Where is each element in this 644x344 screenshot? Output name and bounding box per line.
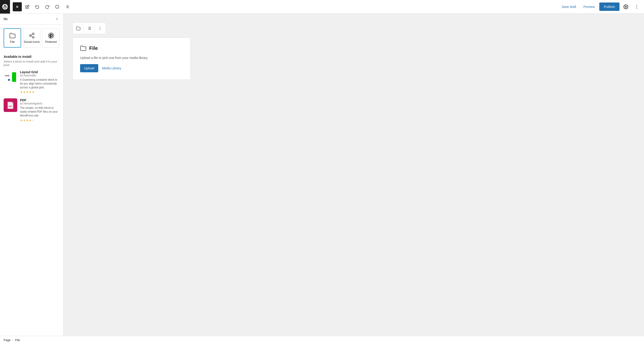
redo-icon bbox=[45, 5, 49, 9]
pdf-file-icon: PDF bbox=[6, 101, 14, 109]
block-type-button[interactable] bbox=[73, 23, 84, 34]
publish-button[interactable]: Publish bbox=[599, 2, 620, 11]
svg-text:PDF: PDF bbox=[8, 105, 12, 107]
sidebar: file × File Social Icons bbox=[0, 13, 64, 344]
breadcrumb-separator: › bbox=[12, 338, 13, 342]
plugin-info-layout-grid: Layout Grid by Automattic A Gutenberg co… bbox=[20, 70, 60, 94]
more-options-button[interactable] bbox=[632, 2, 641, 11]
plugin-stars-pdf: ★★★★☆ bbox=[20, 119, 60, 122]
more-options-toolbar-button[interactable] bbox=[95, 23, 106, 34]
search-input[interactable]: file bbox=[4, 17, 52, 21]
file-block: File Upload a file or pick one from your… bbox=[72, 38, 190, 80]
canvas: File Upload a file or pick one from your… bbox=[64, 13, 644, 344]
plugin-stars-layout-grid: ★★★★★ bbox=[20, 90, 60, 94]
close-icon bbox=[16, 5, 19, 8]
file-icon bbox=[76, 26, 80, 31]
available-desc: Select a block to install and add it to … bbox=[4, 60, 60, 67]
svg-point-15 bbox=[32, 37, 34, 38]
plugin-author-layout-grid: by Automattic bbox=[20, 74, 60, 77]
layout-grid-icon: GRID bbox=[4, 70, 17, 84]
list-view-button[interactable] bbox=[63, 2, 72, 11]
plugin-info-pdf: PDF by henryholtgeerts The simple, no-fr… bbox=[20, 98, 60, 122]
search-bar: file × bbox=[0, 13, 63, 25]
block-item-pinterest-label: Pinterest bbox=[45, 40, 57, 43]
settings-button[interactable] bbox=[621, 2, 630, 11]
svg-point-27 bbox=[100, 28, 100, 29]
breadcrumb-file[interactable]: File bbox=[15, 338, 20, 342]
social-icons-block-icon bbox=[28, 32, 35, 39]
info-button[interactable] bbox=[53, 2, 62, 11]
search-clear-button[interactable]: × bbox=[54, 16, 60, 22]
vertical-dots-icon bbox=[634, 4, 639, 9]
redo-button[interactable] bbox=[43, 2, 52, 11]
upload-button[interactable]: Upload bbox=[80, 64, 98, 72]
pdf-icon: PDF bbox=[4, 98, 17, 112]
available-title: Available to install bbox=[4, 55, 60, 58]
svg-point-12 bbox=[636, 8, 637, 8]
close-button[interactable] bbox=[13, 2, 22, 11]
dots-icon bbox=[98, 26, 102, 31]
svg-point-28 bbox=[100, 29, 100, 30]
media-library-link[interactable]: Media Library bbox=[102, 66, 121, 70]
preview-button[interactable]: Preview bbox=[581, 3, 598, 10]
save-draft-button[interactable]: Save draft bbox=[559, 3, 579, 10]
plugin-item-layout-grid[interactable]: GRID Layout Grid by Automattic A Gutenbe… bbox=[4, 70, 60, 94]
file-block-title-icon bbox=[80, 45, 86, 51]
block-item-file-label: File bbox=[10, 40, 15, 43]
svg-point-10 bbox=[636, 5, 637, 6]
align-button[interactable] bbox=[84, 23, 95, 34]
list-view-icon bbox=[65, 5, 69, 9]
plugin-author-pdf: by henryholtgeerts bbox=[20, 102, 60, 105]
info-icon bbox=[55, 5, 59, 9]
top-bar: Save draft Preview Publish bbox=[0, 0, 644, 13]
svg-point-26 bbox=[100, 27, 100, 27]
main-layout: file × File Social Icons bbox=[0, 13, 644, 344]
wp-logo bbox=[0, 0, 10, 13]
svg-point-14 bbox=[29, 35, 31, 36]
block-item-social-icons-label: Social Icons bbox=[24, 40, 40, 43]
toolbar-right: Save draft Preview Publish bbox=[559, 2, 641, 11]
available-section: Available to install Select a block to i… bbox=[0, 51, 63, 130]
svg-line-16 bbox=[31, 36, 33, 37]
svg-point-11 bbox=[636, 6, 637, 7]
plugin-name-pdf: PDF bbox=[20, 98, 60, 102]
file-block-title-text: File bbox=[89, 45, 98, 51]
pinterest-block-icon bbox=[48, 32, 54, 39]
undo-button[interactable] bbox=[33, 2, 42, 11]
svg-line-17 bbox=[31, 34, 33, 35]
pencil-icon bbox=[25, 5, 29, 9]
edit-button[interactable] bbox=[23, 2, 32, 11]
plugin-name-layout-grid: Layout Grid bbox=[20, 70, 60, 74]
file-block-icon bbox=[9, 32, 16, 39]
plugin-desc-layout-grid: A Gutenberg container block to let you a… bbox=[20, 78, 60, 89]
block-toolbar bbox=[72, 23, 106, 34]
svg-point-13 bbox=[32, 33, 34, 34]
undo-icon bbox=[35, 5, 39, 9]
gear-icon bbox=[623, 4, 628, 9]
wordpress-logo-icon bbox=[2, 4, 8, 10]
plugin-item-pdf[interactable]: PDF PDF by henryholtgeerts The simple, n… bbox=[4, 98, 60, 122]
file-block-title: File bbox=[80, 45, 183, 51]
breadcrumb-page[interactable]: Page bbox=[4, 338, 10, 342]
plugin-desc-pdf: The simple, no-frills block to easily em… bbox=[20, 106, 60, 117]
file-block-description: Upload a file or pick one from your medi… bbox=[80, 56, 183, 60]
svg-point-9 bbox=[625, 6, 626, 7]
block-item-pinterest[interactable]: Pinterest bbox=[42, 28, 60, 48]
align-icon bbox=[87, 26, 92, 31]
file-block-actions: Upload Media Library bbox=[80, 64, 183, 72]
block-item-social-icons[interactable]: Social Icons bbox=[23, 28, 40, 48]
breadcrumb: Page › File bbox=[0, 336, 644, 344]
block-grid: File Social Icons Pinterest bbox=[0, 25, 63, 51]
block-item-file[interactable]: File bbox=[4, 28, 21, 48]
